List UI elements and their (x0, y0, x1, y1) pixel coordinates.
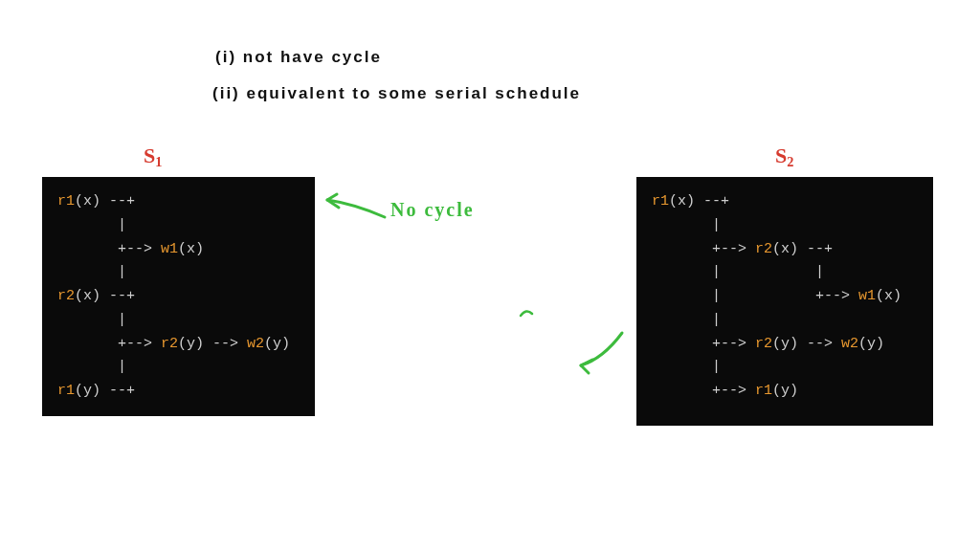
schedule-1-code: r1(x) --+ | +--> w1(x) | r2(x) --+ | +--… (42, 177, 315, 416)
arrow-no-cycle-icon (316, 187, 392, 234)
s2-letter: S (775, 143, 787, 167)
s2-sub: 2 (787, 154, 793, 169)
schedule-2-label: S2 (775, 143, 793, 170)
arrow-to-s2-icon (569, 325, 636, 378)
schedule-2-code: r1(x) --+ | +--> r2(x) --+ | | | +--> w1… (636, 177, 933, 426)
note-line-1: (i) not have cycle (215, 48, 382, 67)
s1-sub: 1 (155, 154, 162, 169)
note-line-2: (ii) equivalent to some serial schedule (212, 84, 581, 103)
s1-letter: S (144, 143, 155, 167)
green-mark-icon (517, 306, 536, 321)
no-cycle-annotation: No cycle (390, 199, 475, 221)
schedule-1-label: S1 (144, 143, 162, 170)
